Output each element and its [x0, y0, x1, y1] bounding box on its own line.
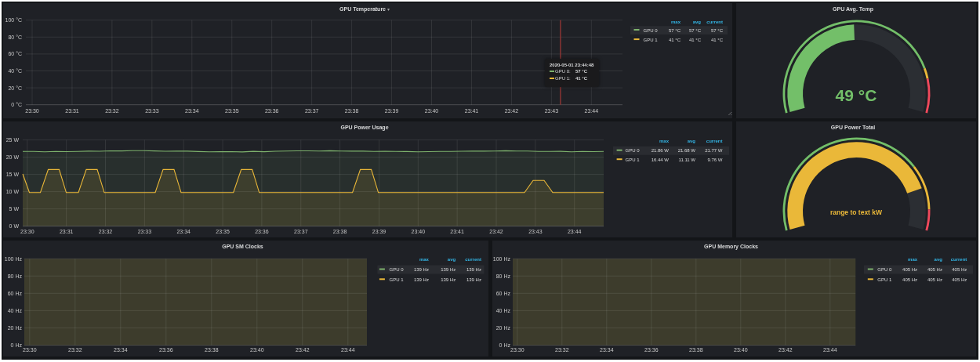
- svg-text:23:32: 23:32: [555, 347, 569, 353]
- svg-text:15 W: 15 W: [6, 172, 20, 177]
- svg-text:20 °C: 20 °C: [8, 85, 22, 91]
- svg-text:40 Hz: 40 Hz: [8, 308, 23, 313]
- svg-text:40 Hz: 40 Hz: [496, 308, 511, 313]
- svg-text:23:32: 23:32: [68, 347, 82, 353]
- svg-text:23:35: 23:35: [216, 229, 230, 234]
- svg-text:GPU 1: GPU 1: [626, 157, 641, 162]
- svg-text:80 °C: 80 °C: [8, 34, 22, 40]
- svg-text:23:40: 23:40: [250, 347, 264, 353]
- svg-text:max: max: [908, 257, 918, 262]
- svg-text:139 Hz: 139 Hz: [466, 277, 481, 282]
- svg-text:23:43: 23:43: [545, 108, 559, 114]
- svg-text:20 Hz: 20 Hz: [496, 325, 511, 331]
- svg-text:20 W: 20 W: [6, 154, 20, 160]
- svg-text:23:31: 23:31: [65, 108, 79, 114]
- svg-text:405 Hz: 405 Hz: [927, 277, 942, 282]
- svg-text:139 Hz: 139 Hz: [414, 267, 429, 272]
- svg-text:23:38: 23:38: [333, 229, 347, 234]
- svg-text:23:43: 23:43: [528, 229, 543, 234]
- svg-text:405 Hz: 405 Hz: [902, 277, 917, 282]
- svg-text:avg: avg: [688, 139, 696, 143]
- svg-text:23:31: 23:31: [60, 229, 74, 234]
- svg-text:GPU 1: GPU 1: [390, 277, 405, 282]
- svg-text:23:32: 23:32: [105, 108, 119, 114]
- svg-text:23:36: 23:36: [644, 347, 659, 353]
- svg-text:80 Hz: 80 Hz: [496, 273, 511, 279]
- svg-text:GPU 0: GPU 0: [644, 28, 659, 33]
- svg-text:21.77 W: 21.77 W: [705, 148, 723, 153]
- svg-text:23:35: 23:35: [225, 108, 239, 114]
- svg-text:60 °C: 60 °C: [8, 51, 22, 56]
- svg-text:23:30: 23:30: [510, 347, 524, 353]
- svg-text:60 Hz: 60 Hz: [8, 291, 23, 296]
- svg-text:0 Hz: 0 Hz: [11, 342, 23, 348]
- svg-text:max: max: [659, 139, 670, 143]
- svg-text:max: max: [671, 20, 681, 24]
- svg-text:57 °C: 57 °C: [711, 28, 724, 33]
- svg-text:avg: avg: [935, 257, 943, 262]
- svg-text:23:42: 23:42: [489, 229, 503, 234]
- svg-text:23:36: 23:36: [255, 229, 269, 234]
- svg-text:41 °C: 41 °C: [711, 38, 724, 42]
- svg-text:23:37: 23:37: [305, 108, 319, 114]
- svg-text:23:41: 23:41: [465, 108, 479, 114]
- svg-text:current: current: [951, 257, 967, 262]
- svg-text:41 °C: 41 °C: [669, 38, 681, 42]
- svg-text:23:40: 23:40: [425, 108, 439, 114]
- svg-text:100 Hz: 100 Hz: [5, 256, 23, 262]
- svg-text:23:34: 23:34: [600, 347, 614, 353]
- svg-text:23:37: 23:37: [294, 229, 308, 234]
- svg-text:GPU 0: GPU 0: [877, 267, 892, 272]
- svg-text:40 °C: 40 °C: [8, 68, 22, 74]
- svg-text:23:44: 23:44: [823, 347, 837, 353]
- svg-text:23:34: 23:34: [176, 229, 191, 234]
- svg-text:23:40: 23:40: [734, 347, 748, 353]
- svg-text:GPU 0: GPU 0: [390, 267, 405, 272]
- svg-text:405 Hz: 405 Hz: [927, 267, 942, 272]
- svg-text:23:38: 23:38: [689, 347, 703, 353]
- svg-text:23:30: 23:30: [23, 347, 37, 353]
- svg-text:405 Hz: 405 Hz: [952, 277, 967, 282]
- svg-text:23:42: 23:42: [779, 347, 793, 353]
- svg-text:405 Hz: 405 Hz: [952, 267, 967, 272]
- svg-text:21.86 W: 21.86 W: [652, 148, 670, 153]
- svg-text:max: max: [419, 257, 430, 262]
- svg-text:23:44: 23:44: [341, 347, 355, 353]
- svg-text:20 Hz: 20 Hz: [8, 325, 23, 331]
- svg-text:41 °C: 41 °C: [689, 38, 702, 42]
- svg-text:5 W: 5 W: [9, 206, 20, 212]
- svg-text:23:34: 23:34: [114, 347, 128, 353]
- svg-text:23:41: 23:41: [450, 229, 464, 234]
- svg-text:current: current: [465, 257, 481, 262]
- svg-text:57 °C: 57 °C: [669, 28, 681, 33]
- svg-text:avg: avg: [693, 20, 702, 24]
- svg-text:139 Hz: 139 Hz: [466, 267, 481, 272]
- svg-text:23:44: 23:44: [568, 229, 582, 234]
- svg-text:current: current: [706, 20, 723, 24]
- svg-text:GPU 1: GPU 1: [644, 38, 659, 42]
- svg-text:0 °C: 0 °C: [11, 102, 22, 107]
- svg-text:GPU 0: GPU 0: [626, 148, 641, 153]
- svg-text:23:39: 23:39: [385, 108, 399, 114]
- svg-text:23:38: 23:38: [205, 347, 219, 353]
- svg-text:139 Hz: 139 Hz: [441, 277, 456, 282]
- svg-text:9.76 W: 9.76 W: [707, 157, 722, 162]
- svg-text:23:33: 23:33: [138, 229, 152, 234]
- svg-text:23:44: 23:44: [585, 108, 599, 114]
- svg-text:avg: avg: [448, 257, 456, 262]
- svg-text:GPU 1: GPU 1: [877, 277, 892, 282]
- svg-text:23:38: 23:38: [345, 108, 359, 114]
- svg-text:23:42: 23:42: [505, 108, 519, 114]
- svg-text:23:36: 23:36: [159, 347, 173, 353]
- svg-text:11.11 W: 11.11 W: [679, 157, 696, 162]
- svg-text:57 °C: 57 °C: [689, 28, 702, 33]
- svg-text:23:40: 23:40: [412, 229, 426, 234]
- svg-text:16.44 W: 16.44 W: [652, 157, 670, 162]
- svg-text:current: current: [706, 139, 723, 143]
- svg-text:10 W: 10 W: [6, 189, 20, 194]
- svg-text:23:42: 23:42: [296, 347, 310, 353]
- svg-text:139 Hz: 139 Hz: [414, 277, 429, 282]
- svg-text:23:36: 23:36: [265, 108, 279, 114]
- svg-text:100 Hz: 100 Hz: [493, 256, 511, 262]
- svg-text:139 Hz: 139 Hz: [441, 267, 456, 272]
